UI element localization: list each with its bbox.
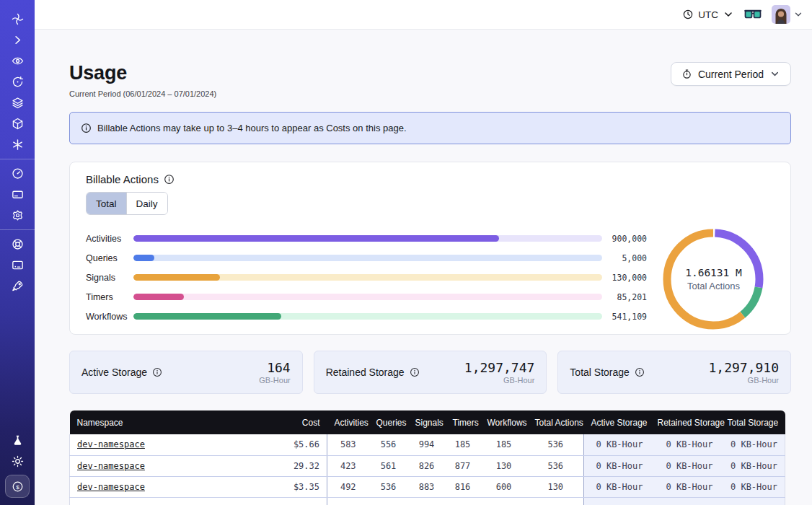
cell-activities: 583	[327, 434, 369, 455]
cell-namespace: dev-namespace	[70, 455, 250, 476]
bar-fill	[133, 294, 184, 300]
cell-cost: $3.35	[250, 476, 327, 497]
cell-total_storage: 0 KB-Hour	[720, 434, 785, 455]
info-icon[interactable]	[410, 367, 420, 377]
cell-signals: 883	[408, 476, 446, 497]
credit-card-icon[interactable]	[6, 184, 29, 205]
cell-workflows: 185	[480, 434, 528, 455]
cell-active_storage: 0 KB-Hour	[584, 476, 650, 497]
bar-value: 541,109	[602, 312, 647, 322]
glasses-icon[interactable]	[744, 9, 762, 20]
active-storage-label: Active Storage	[81, 366, 147, 378]
cell-queries: 536	[369, 476, 408, 497]
cell-activities: 423	[327, 455, 369, 476]
table-row: dev-namespace$3.354925368838166001300 KB…	[70, 476, 785, 497]
lifebuoy-icon[interactable]	[6, 234, 29, 255]
cell-retained_storage: 0 KB-Hour	[650, 476, 720, 497]
timezone-selector[interactable]: UTC	[682, 9, 734, 20]
total-storage-value: 1,297,910	[708, 361, 779, 375]
rocket-icon[interactable]	[6, 276, 29, 297]
account-menu[interactable]	[772, 5, 803, 24]
storage-summary-row: Active Storage 164 GB-Hour Retained Stor…	[69, 351, 791, 394]
cell-queries	[369, 497, 408, 505]
bar-label: Workflows	[86, 312, 133, 322]
col-active-storage: Active Storage	[584, 410, 650, 434]
bar-label: Activities	[86, 234, 133, 244]
timezone-label: UTC	[698, 9, 718, 20]
namespace-link[interactable]: dev-namespace	[77, 482, 145, 492]
total-storage-label: Total Storage	[570, 366, 630, 378]
info-icon[interactable]	[164, 174, 175, 185]
gauge-icon[interactable]	[6, 163, 29, 184]
terminal-icon[interactable]	[6, 255, 29, 276]
gear-icon[interactable]	[6, 205, 29, 226]
cell-workflows: 600	[480, 476, 528, 497]
layers-icon[interactable]	[6, 92, 29, 113]
namespace-link[interactable]: dev-namespace	[77, 461, 145, 471]
cell-namespace	[70, 497, 250, 505]
table-header-row: Namespace Cost Activities Queries Signal…	[70, 410, 785, 434]
bar-row-signals: Signals 130,000	[86, 268, 647, 287]
cell-signals: 826	[408, 455, 446, 476]
cell-timers: 185	[446, 434, 480, 455]
period-dropdown-button[interactable]: Current Period	[671, 62, 791, 86]
avatar	[772, 5, 790, 24]
namespace-link[interactable]: dev-namespace	[77, 439, 145, 449]
cell-retained_storage	[650, 497, 720, 505]
topbar: UTC	[35, 0, 812, 30]
col-workflows: Workflows	[480, 410, 528, 434]
asterisk-icon[interactable]	[6, 134, 29, 155]
chevron-right-icon[interactable]	[6, 30, 29, 50]
cell-activities: 492	[327, 476, 369, 497]
cell-timers: 816	[446, 476, 480, 497]
col-timers: Timers	[446, 410, 480, 434]
bar-row-workflows: Workflows 541,109	[86, 307, 647, 326]
retained-storage-label: Retained Storage	[326, 366, 405, 378]
total-storage-unit: GB-Hour	[708, 376, 779, 385]
cell-cost: 29.32	[250, 455, 327, 476]
cell-namespace: dev-namespace	[70, 434, 250, 455]
sun-icon[interactable]	[6, 451, 29, 472]
col-cost: Cost	[250, 410, 327, 434]
bar-track	[133, 313, 602, 320]
bar-row-timers: Timers 85,201	[86, 287, 647, 307]
chart-view-tabs: Total Daily	[86, 192, 168, 215]
bar-fill	[133, 313, 281, 320]
tab-daily[interactable]: Daily	[126, 193, 167, 214]
billable-actions-card: Billable Actions Total Daily Activities …	[69, 162, 791, 335]
info-banner: Billable Actions may take up to 3–4 hour…	[69, 112, 791, 144]
active-storage-value: 164	[259, 361, 290, 375]
bar-label: Queries	[86, 253, 133, 263]
bar-track	[133, 235, 602, 242]
cell-retained_storage: 0 KB-Hour	[650, 434, 720, 455]
col-queries: Queries	[369, 410, 408, 434]
flask-icon[interactable]	[6, 430, 29, 451]
cell-timers	[446, 497, 480, 505]
cell-total_actions: 536	[528, 455, 584, 476]
cell-active_storage: 0 KB-Hour	[584, 434, 650, 455]
page-subtitle: Current Period (06/01/2024 – 07/01/2024)	[69, 89, 216, 98]
info-icon	[81, 123, 92, 133]
dollar-coin-button[interactable]: $	[5, 475, 30, 498]
cell-signals	[408, 497, 446, 505]
temporal-logo-icon[interactable]	[6, 9, 29, 30]
col-retained-storage: Retained Storage	[650, 410, 720, 434]
sidebar-divider	[0, 159, 35, 159]
cell-active_storage	[584, 497, 650, 505]
history-clock-icon[interactable]	[6, 71, 29, 92]
info-icon[interactable]	[152, 367, 162, 377]
cell-total_actions	[528, 497, 584, 505]
bar-value: 85,201	[602, 292, 647, 302]
tab-total[interactable]: Total	[87, 193, 126, 214]
cell-workflows	[480, 497, 528, 505]
bar-track	[133, 294, 602, 300]
donut-total-label: Total Actions	[687, 281, 740, 291]
cell-cost	[250, 497, 327, 505]
cube-icon[interactable]	[6, 113, 29, 134]
namespace-usage-table: Namespace Cost Activities Queries Signal…	[69, 410, 791, 505]
cell-total_storage: 0 KB-Hour	[720, 455, 785, 476]
eye-icon[interactable]	[6, 50, 29, 71]
info-icon[interactable]	[635, 367, 645, 377]
billable-actions-chart: Activities 900,000 Queries 5,000 Signals…	[86, 225, 773, 333]
sidebar: $	[0, 0, 35, 505]
